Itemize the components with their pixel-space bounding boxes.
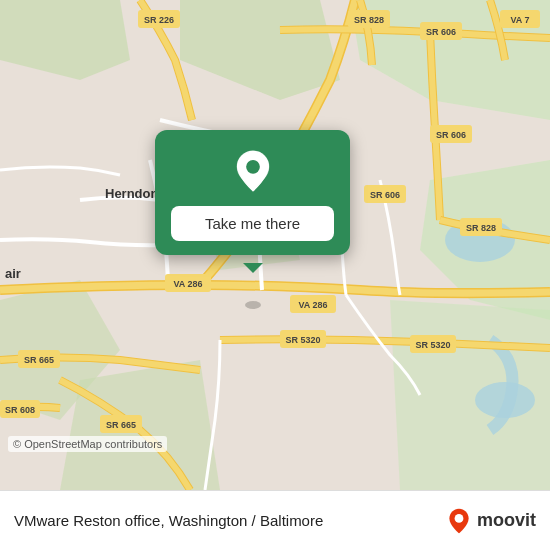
svg-text:SR 665: SR 665 <box>24 355 54 365</box>
svg-text:SR 608: SR 608 <box>5 405 35 415</box>
svg-text:SR 606: SR 606 <box>436 130 466 140</box>
svg-text:SR 5320: SR 5320 <box>415 340 450 350</box>
popup-card: Take me there <box>155 130 350 255</box>
svg-point-41 <box>245 301 261 309</box>
svg-text:air: air <box>5 266 21 281</box>
location-pin-icon <box>229 148 277 196</box>
svg-text:VA 286: VA 286 <box>298 300 327 310</box>
svg-text:VA 7: VA 7 <box>510 15 529 25</box>
svg-point-45 <box>455 514 464 523</box>
svg-text:SR 226: SR 226 <box>144 15 174 25</box>
svg-text:SR 828: SR 828 <box>354 15 384 25</box>
moovit-logo: moovit <box>445 507 536 535</box>
svg-text:SR 5320: SR 5320 <box>285 335 320 345</box>
svg-text:Herndon: Herndon <box>105 186 159 201</box>
map-container: SR 226 SR 828 VA 286 VA 286 SR 606 SR 60… <box>0 0 550 490</box>
svg-text:SR 665: SR 665 <box>106 420 136 430</box>
copyright-text: © OpenStreetMap contributors <box>8 436 167 452</box>
take-me-there-button[interactable]: Take me there <box>171 206 334 241</box>
moovit-pin-icon <box>445 507 473 535</box>
svg-text:SR 606: SR 606 <box>426 27 456 37</box>
svg-text:VA 286: VA 286 <box>173 279 202 289</box>
svg-text:SR 606: SR 606 <box>370 190 400 200</box>
bottom-bar: VMware Reston office, Washington / Balti… <box>0 490 550 550</box>
svg-text:SR 828: SR 828 <box>466 223 496 233</box>
moovit-text: moovit <box>477 510 536 531</box>
svg-point-44 <box>246 160 260 174</box>
location-name: VMware Reston office, Washington / Balti… <box>14 512 445 529</box>
